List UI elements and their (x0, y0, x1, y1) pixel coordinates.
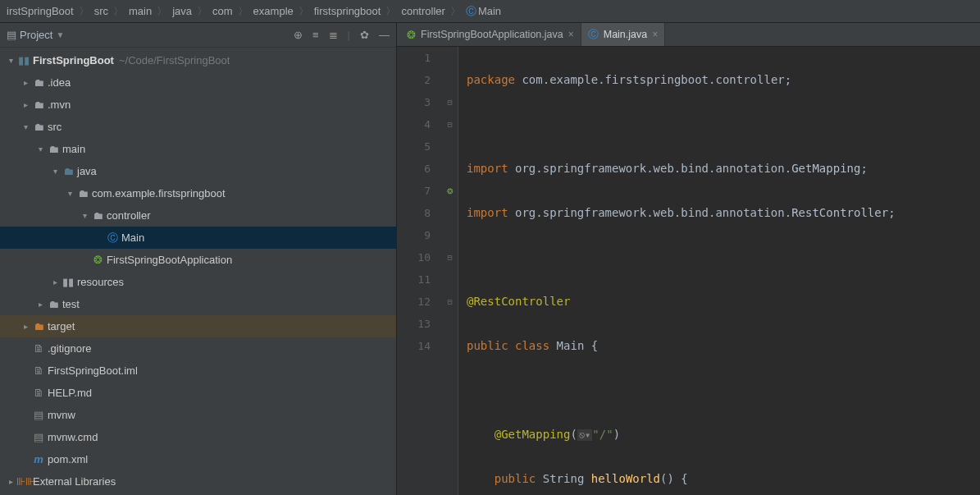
tree-pom[interactable]: mpom.xml (0, 448, 396, 470)
tree-help[interactable]: 🗎HELP.md (0, 382, 396, 404)
crumb-java[interactable]: java (171, 3, 194, 19)
class-icon: Ⓒ (588, 28, 599, 42)
editor-tabs: ❂ FirstSpringBootApplication.java × Ⓒ Ma… (397, 23, 980, 47)
crumb-fsb[interactable]: firstspringboot (312, 3, 383, 19)
editor-panel: ❂ FirstSpringBootApplication.java × Ⓒ Ma… (397, 23, 980, 495)
crumb-src[interactable]: src (93, 3, 110, 19)
project-tree[interactable]: ▾▮▮FirstSpringBoot~/Code/FirstSpringBoot… (0, 48, 396, 495)
fold-icon[interactable]: ⊟ (447, 246, 452, 268)
tree-main-class[interactable]: ⒸMain (0, 227, 396, 249)
fold-icon[interactable]: ⊟ (447, 91, 452, 113)
locate-icon[interactable]: ⊕ (294, 29, 303, 41)
expand-all-icon[interactable]: ≡ (312, 29, 319, 41)
tree-main[interactable]: ▾🖿main (0, 138, 396, 160)
tree-resources[interactable]: ▸▮▮resources (0, 271, 396, 293)
tree-root[interactable]: ▾▮▮FirstSpringBoot~/Code/FirstSpringBoot (0, 49, 396, 71)
tab-firstspringbootapplication[interactable]: ❂ FirstSpringBootApplication.java × (400, 23, 581, 46)
tree-gitignore[interactable]: 🗎.gitignore (0, 337, 396, 360)
gear-icon[interactable]: ✿ (360, 29, 369, 41)
tree-controller[interactable]: ▾🖿controller (0, 204, 396, 227)
collapse-all-icon[interactable]: ≣ (329, 29, 338, 41)
project-title[interactable]: Project (20, 29, 52, 41)
tree-mvn[interactable]: ▸🖿.mvn (0, 94, 396, 116)
tree-src[interactable]: ▾🖿src (0, 116, 396, 138)
tree-test[interactable]: ▸🖿test (0, 293, 396, 315)
tree-external-libs[interactable]: ▸⊪⊪External Libraries (0, 470, 396, 493)
project-tool-window: ▤ Project ▼ ⊕ ≡ ≣ | ✿ — ▾▮▮FirstSpringBo… (0, 23, 397, 495)
fold-end-icon[interactable]: ⊟ (447, 291, 452, 313)
fold-icon[interactable]: ⊟ (447, 113, 452, 135)
tree-app-class[interactable]: ❂FirstSpringBootApplication (0, 249, 396, 271)
tree-pkg[interactable]: ▾🖿com.example.firstspringboot (0, 182, 396, 204)
gutter-icons: ⊟ ⊟ ❂ ⊟ ⊟ (442, 47, 458, 495)
tab-main[interactable]: Ⓒ Main.java × (581, 23, 666, 46)
crumb-example[interactable]: example (252, 3, 295, 19)
editor-body[interactable]: 1 2 3 4 5 6 7 8 9 10 11 12 13 14 ⊟ ⊟ ❂ (397, 47, 980, 495)
tree-mvnwcmd[interactable]: ▤mvnw.cmd (0, 426, 396, 448)
minimize-icon[interactable]: — (379, 29, 390, 41)
close-icon[interactable]: × (652, 29, 658, 40)
project-view-icon: ▤ (7, 29, 16, 41)
crumb-project[interactable]: irstSpringBoot (5, 3, 75, 19)
project-header: ▤ Project ▼ ⊕ ≡ ≣ | ✿ — (0, 23, 396, 48)
tree-iml[interactable]: 🗎FirstSpringBoot.iml (0, 360, 396, 382)
crumb-main-class[interactable]: ⒸMain (464, 2, 503, 21)
tree-target[interactable]: ▸🖿target (0, 315, 396, 337)
line-gutter: 1 2 3 4 5 6 7 8 9 10 11 12 13 14 (397, 47, 442, 495)
tree-idea[interactable]: ▸🖿.idea (0, 71, 396, 94)
close-icon[interactable]: × (568, 29, 574, 40)
crumb-com[interactable]: com (211, 3, 235, 19)
tree-mvnw[interactable]: ▤mvnw (0, 404, 396, 426)
spring-bean-icon[interactable]: ❂ (447, 180, 453, 202)
code-area[interactable]: package com.example.firstspringboot.cont… (458, 47, 980, 495)
crumb-main[interactable]: main (127, 3, 153, 19)
breadcrumb: irstSpringBoot〉 src〉 main〉 java〉 com〉 ex… (0, 0, 980, 23)
spring-icon: ❂ (407, 29, 416, 41)
dropdown-icon[interactable]: ▼ (56, 30, 64, 39)
tree-java[interactable]: ▾🖿java (0, 160, 396, 182)
crumb-controller[interactable]: controller (399, 3, 446, 19)
